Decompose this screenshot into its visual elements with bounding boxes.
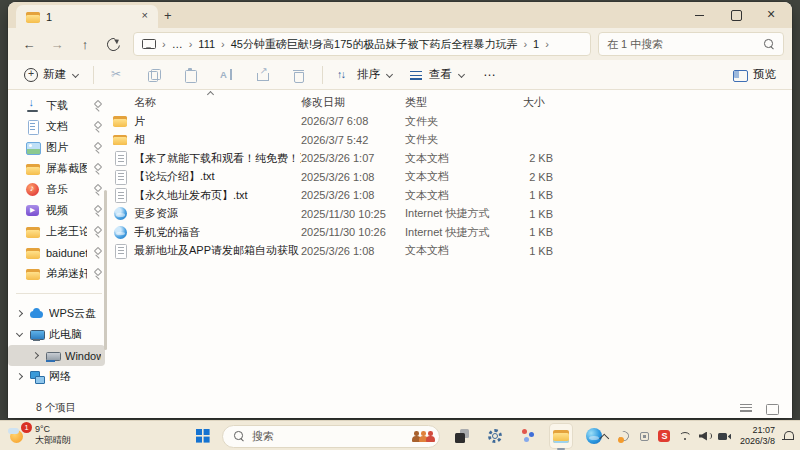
copy — [146, 67, 162, 83]
file-explorer-app-icon[interactable] — [550, 424, 572, 448]
chevron-icon[interactable] — [15, 309, 24, 318]
settings-app-icon[interactable] — [484, 424, 506, 448]
tab-close-icon[interactable] — [138, 10, 152, 24]
file-row[interactable]: 片 2026/3/7 6:08 文件夹 — [112, 112, 792, 131]
download — [25, 98, 40, 113]
preview-label: 预览 — [753, 67, 776, 82]
sort-button[interactable]: 排序 — [331, 63, 399, 86]
chevron-icon[interactable] — [15, 330, 24, 339]
column-header-name[interactable]: 名称 — [112, 95, 301, 110]
column-header-size[interactable]: 大小 — [509, 95, 561, 110]
view-button[interactable]: 查看 — [403, 63, 471, 86]
breadcrumb-separator-icon — [185, 38, 197, 50]
paste-button[interactable] — [174, 63, 206, 87]
molecule-app-icon[interactable] — [517, 424, 539, 448]
rename-button[interactable] — [210, 63, 242, 87]
text — [112, 187, 128, 203]
wifi-icon[interactable] — [677, 429, 692, 444]
command-toolbar: 新建 — [8, 60, 792, 90]
file-row[interactable]: 【永久地址发布页】.txt 2025/3/26 1:08 文本文档 1 KB — [112, 186, 792, 205]
breadcrumb-item[interactable]: 111 — [196, 37, 217, 51]
pin-icon — [93, 184, 103, 195]
file-name: 更多资源 — [134, 206, 178, 221]
search-box[interactable]: 在 1 中搜索 — [598, 32, 784, 56]
delete — [290, 67, 306, 83]
drive — [45, 348, 60, 363]
sidebar-item[interactable]: 图片 — [8, 137, 108, 158]
preview-toggle-button[interactable]: 预览 — [726, 63, 782, 86]
column-header-date[interactable]: 修改日期 — [301, 95, 405, 110]
start-button[interactable] — [195, 428, 211, 444]
sidebar-item[interactable]: 上老王论坛当 — [8, 221, 108, 242]
sidebar-item[interactable]: 音乐 — [8, 179, 108, 200]
breadcrumb-item[interactable]: 1 — [531, 37, 541, 51]
file-row[interactable]: 【论坛介绍】.txt 2025/3/26 1:08 文本文档 2 KB — [112, 168, 792, 187]
file-name: 相 — [134, 132, 145, 147]
pin-icon — [93, 100, 103, 111]
chevron-icon[interactable] — [15, 372, 24, 381]
tree-item[interactable]: WPS云盘 — [8, 303, 105, 324]
file-row[interactable]: 更多资源 2025/11/30 10:25 Internet 快捷方式 1 KB — [112, 205, 792, 224]
address-bar[interactable]: … 111 45分钟重磅巨献!身高175的极品妹子被下药后全程暴力玩弄 1 — [133, 32, 591, 56]
file-type: 文本文档 — [405, 151, 509, 166]
column-header-type[interactable]: 类型 — [405, 95, 509, 110]
tray-app-icon[interactable] — [637, 429, 652, 444]
tree-item[interactable]: 网络 — [8, 366, 105, 387]
back-button[interactable]: ← — [16, 32, 42, 56]
weather-condition: 大部晴朗 — [35, 435, 71, 445]
hidden-icons-chevron[interactable] — [597, 429, 612, 444]
rename — [218, 67, 234, 83]
sidebar-item[interactable]: 弟弟迷奸亲姐 — [8, 263, 108, 284]
file-row[interactable]: 【来了就能下载和观看！纯免费！】.txt 2025/3/26 1:07 文本文档… — [112, 149, 792, 168]
this-pc-icon[interactable] — [141, 38, 156, 51]
file-row[interactable]: 相 2026/3/7 5:42 文件夹 — [112, 131, 792, 150]
notification-badge: 1 — [21, 422, 32, 433]
file-name: 【永久地址发布页】.txt — [134, 188, 248, 203]
minimize-button[interactable] — [682, 2, 718, 28]
large-icons-view-toggle-icon[interactable] — [765, 402, 778, 414]
delete-button[interactable] — [282, 63, 314, 87]
refresh-button[interactable] — [100, 32, 126, 56]
file-row[interactable]: 最新地址及APP请发邮箱自动获取！！！.txt 2025/3/26 1:08 文… — [112, 242, 792, 261]
close-button[interactable] — [754, 2, 790, 28]
notification-bell-icon[interactable] — [780, 429, 795, 444]
tree-item-label: WPS云盘 — [49, 306, 101, 321]
file-row[interactable]: 手机党的福音 2025/11/30 10:26 Internet 快捷方式 1 … — [112, 223, 792, 242]
chevron-icon[interactable] — [31, 351, 40, 360]
cut-button[interactable] — [102, 63, 134, 87]
weather-widget[interactable]: 1 9°C 大部晴朗 — [8, 424, 71, 447]
explorer-tab[interactable]: 1 — [16, 5, 158, 28]
copy-button[interactable] — [138, 63, 170, 87]
file-type: 文本文档 — [405, 243, 509, 258]
file-name: 最新地址及APP请发邮箱自动获取！！！.txt — [134, 243, 301, 258]
sync-tray-icon[interactable] — [617, 429, 632, 444]
tree-item[interactable]: Windows-SSD — [8, 345, 105, 366]
text — [112, 150, 128, 166]
sidebar-scrollbar[interactable] — [104, 190, 107, 350]
details-view-toggle-icon[interactable] — [740, 402, 753, 414]
sidebar-item[interactable]: 视频 — [8, 200, 108, 221]
new-tab-button[interactable] — [158, 6, 180, 26]
volume-icon[interactable] — [697, 429, 712, 444]
sort-label: 排序 — [357, 67, 380, 82]
taskbar-clock[interactable]: 21:07 2026/3/8 — [740, 425, 775, 448]
sidebar-item[interactable]: 下载 — [8, 95, 108, 116]
camera-tray-icon[interactable] — [717, 429, 732, 444]
breadcrumb-item[interactable]: … — [170, 37, 185, 51]
up-button[interactable]: ↑ — [72, 32, 98, 56]
view-label: 查看 — [429, 67, 452, 82]
sidebar-item[interactable]: baidunetdisk — [8, 242, 108, 263]
text — [112, 169, 128, 185]
share-button[interactable] — [246, 63, 278, 87]
breadcrumb-item[interactable]: 45分钟重磅巨献!身高175的极品妹子被下药后全程暴力玩弄 — [229, 36, 520, 53]
taskbar-search-box[interactable]: 搜索 — [222, 425, 440, 448]
more-options-button[interactable]: … — [475, 64, 505, 85]
sidebar-item[interactable]: 屏幕截图 — [8, 158, 108, 179]
new-button[interactable]: 新建 — [18, 63, 85, 86]
sidebar-item[interactable]: 文档 — [8, 116, 108, 137]
tree-item[interactable]: 此电脑 — [8, 324, 105, 345]
forward-button[interactable]: → — [44, 32, 70, 56]
maximize-button[interactable] — [718, 2, 754, 28]
red-s-tray-icon[interactable] — [657, 429, 672, 444]
task-view-button[interactable] — [451, 424, 473, 448]
